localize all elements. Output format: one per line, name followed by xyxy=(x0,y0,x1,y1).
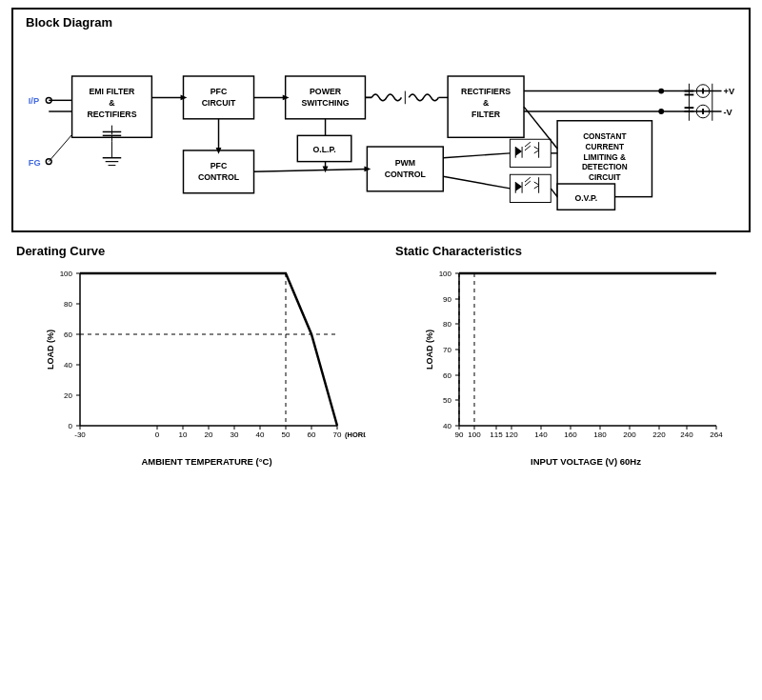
svg-text:160: 160 xyxy=(564,430,577,439)
svg-text:100: 100 xyxy=(468,430,481,439)
derating-curve-title: Derating Curve xyxy=(11,244,371,258)
svg-text:30: 30 xyxy=(231,430,239,439)
svg-text:CIRCUIT: CIRCUIT xyxy=(589,173,621,182)
svg-marker-93 xyxy=(323,166,329,172)
svg-text:10: 10 xyxy=(179,430,188,439)
svg-marker-88 xyxy=(216,148,222,154)
svg-line-95 xyxy=(443,153,510,158)
svg-marker-69 xyxy=(283,94,290,100)
svg-line-42 xyxy=(525,146,531,150)
svg-text:20: 20 xyxy=(64,391,72,400)
svg-text:&: & xyxy=(483,98,490,108)
svg-line-41 xyxy=(525,142,531,147)
svg-text:40: 40 xyxy=(64,361,72,370)
svg-text:PFC: PFC xyxy=(211,161,228,170)
svg-text:CONSTANT: CONSTANT xyxy=(583,132,626,141)
svg-rect-17 xyxy=(297,135,351,161)
svg-line-54 xyxy=(534,186,539,189)
bottom-sections: Derating Curve LOAD (%) 0 20 xyxy=(11,244,751,495)
block-diagram-section: Block Diagram EMI FILTER & RECTIFIERS PF… xyxy=(11,8,751,232)
svg-line-98 xyxy=(551,189,557,197)
svg-text:CURRENT: CURRENT xyxy=(586,143,624,151)
svg-marker-48 xyxy=(515,182,522,191)
svg-text:LOAD (%): LOAD (%) xyxy=(46,330,55,370)
svg-text:240: 240 xyxy=(680,430,693,439)
svg-point-83 xyxy=(696,85,710,98)
svg-marker-39 xyxy=(515,147,522,156)
svg-text:RECTIFIERS: RECTIFIERS xyxy=(461,87,511,96)
svg-point-74 xyxy=(658,109,664,114)
svg-text:O.L.P.: O.L.P. xyxy=(312,145,335,154)
svg-text:100: 100 xyxy=(60,270,73,278)
svg-line-53 xyxy=(534,182,539,185)
svg-line-45 xyxy=(534,150,539,153)
derating-curve-section: Derating Curve LOAD (%) 0 20 xyxy=(11,244,371,495)
svg-text:220: 220 xyxy=(652,430,666,439)
svg-marker-90 xyxy=(364,166,371,171)
svg-text:CONTROL: CONTROL xyxy=(198,172,240,182)
svg-rect-19 xyxy=(367,147,443,191)
diagram-svg: EMI FILTER & RECTIFIERS PFC CIRCUIT PFC … xyxy=(21,37,741,223)
svg-text:90: 90 xyxy=(443,295,451,304)
derating-title-label: Derating Curve xyxy=(16,244,105,258)
svg-text:DETECTION: DETECTION xyxy=(582,163,628,171)
page: Block Diagram EMI FILTER & RECTIFIERS PF… xyxy=(0,0,762,700)
svg-point-85 xyxy=(696,105,710,118)
svg-text:80: 80 xyxy=(64,300,72,309)
svg-text:180: 180 xyxy=(593,430,607,439)
svg-text:40: 40 xyxy=(443,422,451,430)
svg-text:90: 90 xyxy=(455,430,464,439)
svg-rect-0 xyxy=(72,76,152,137)
svg-text:50: 50 xyxy=(443,396,451,405)
static-char-title-label: Static Characteristics xyxy=(395,244,522,258)
svg-text:60: 60 xyxy=(308,430,316,439)
svg-text:-V: -V xyxy=(723,108,732,117)
svg-text:LIMITING &: LIMITING & xyxy=(584,153,627,162)
svg-text:50: 50 xyxy=(282,430,291,439)
diagram-area: EMI FILTER & RECTIFIERS PFC CIRCUIT PFC … xyxy=(21,37,741,223)
svg-rect-14 xyxy=(286,76,366,119)
svg-line-50 xyxy=(525,177,531,182)
svg-text:100: 100 xyxy=(439,270,452,278)
svg-text:LOAD (%): LOAD (%) xyxy=(425,330,434,370)
svg-point-60 xyxy=(46,159,51,165)
svg-marker-67 xyxy=(181,94,188,100)
svg-line-89 xyxy=(254,169,368,171)
static-chart-svg: 40 50 60 70 80 90 100 LOAD (%) xyxy=(421,264,745,464)
svg-point-57 xyxy=(46,97,51,103)
svg-point-73 xyxy=(658,89,664,94)
svg-text:70: 70 xyxy=(443,346,451,354)
svg-text:FILTER: FILTER xyxy=(471,110,501,119)
svg-text:60: 60 xyxy=(443,371,451,380)
svg-text:0: 0 xyxy=(155,430,160,439)
svg-line-59 xyxy=(49,134,71,161)
svg-text:20: 20 xyxy=(205,430,213,439)
svg-rect-22 xyxy=(448,76,524,137)
svg-line-94 xyxy=(524,107,557,149)
svg-rect-35 xyxy=(557,184,614,210)
svg-rect-46 xyxy=(510,174,551,202)
svg-line-96 xyxy=(443,176,510,189)
svg-text:SWITCHING: SWITCHING xyxy=(302,98,350,108)
svg-text:140: 140 xyxy=(534,430,548,439)
svg-text:CIRCUIT: CIRCUIT xyxy=(202,98,236,108)
svg-text:120: 120 xyxy=(505,430,518,439)
svg-text:264: 264 xyxy=(710,430,723,439)
svg-text:RECTIFIERS: RECTIFIERS xyxy=(87,110,136,119)
svg-rect-8 xyxy=(183,76,253,119)
svg-rect-37 xyxy=(510,139,551,167)
svg-text:200: 200 xyxy=(623,430,636,439)
static-char-title: Static Characteristics xyxy=(391,244,751,258)
svg-line-51 xyxy=(525,181,531,186)
svg-text:CONTROL: CONTROL xyxy=(385,170,427,179)
svg-text:PFC: PFC xyxy=(211,87,228,96)
svg-line-44 xyxy=(534,147,539,150)
derating-chart-svg: 0 20 40 60 80 100 LOAD (%) xyxy=(42,264,366,464)
svg-text:60: 60 xyxy=(64,330,72,339)
svg-rect-29 xyxy=(557,121,652,197)
svg-text:40: 40 xyxy=(256,430,265,439)
svg-text:80: 80 xyxy=(443,320,451,329)
block-diagram-title: Block Diagram xyxy=(21,15,741,30)
svg-text:EMI FILTER: EMI FILTER xyxy=(89,87,135,96)
svg-text:115: 115 xyxy=(490,430,503,439)
